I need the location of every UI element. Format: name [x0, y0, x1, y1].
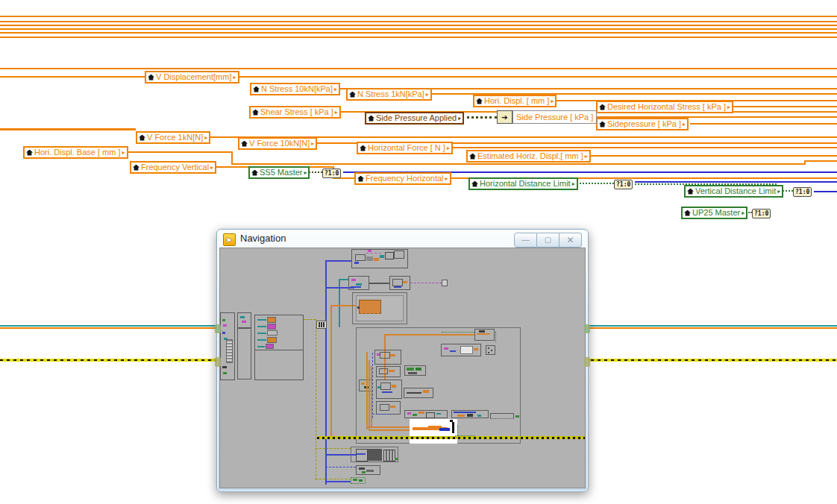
terminal-side-pressure-applied[interactable]: Side Pressure Applied▸	[365, 112, 464, 125]
terminal-horizontal-force[interactable]: Horizontal Force [ N ]▸	[357, 142, 453, 154]
wire	[423, 390, 429, 393]
wire	[389, 370, 395, 372]
terminal-n-stress-1kn[interactable]: N Stress 1kN[kPa]▸	[346, 88, 432, 101]
terminal-estimated-horiz-displ[interactable]: Estimated Horiz. Displ.[ mm ]▸	[466, 150, 591, 163]
labview-icon: ▶	[223, 233, 236, 246]
terminal-horizontal-distance-limit[interactable]: Horizontal Distance Limit▸	[468, 177, 578, 190]
wire	[325, 260, 327, 485]
wire	[369, 360, 370, 429]
arrow-right-icon: ▸	[304, 170, 307, 176]
wire	[316, 448, 351, 449]
wire	[317, 436, 586, 439]
wire	[450, 420, 453, 422]
mini-node	[490, 413, 514, 419]
wire	[366, 253, 381, 253]
terminal-shear-stress[interactable]: Shear Stress [ kPa ]▸	[249, 106, 341, 119]
wire	[257, 339, 266, 341]
arrow-right-icon: ▸	[458, 116, 461, 122]
terminal-label: Hori. Displ. [ mm ]	[484, 97, 549, 105]
wire	[385, 252, 394, 259]
viewport-rect[interactable]	[410, 419, 457, 444]
minimize-button[interactable]: —	[514, 233, 537, 248]
wire	[418, 412, 424, 414]
wire	[222, 366, 227, 368]
arrow-right-icon: ▸	[311, 141, 314, 147]
wire	[729, 106, 837, 107]
arrow-right-icon: ➔	[501, 113, 507, 122]
house-icon	[476, 98, 483, 104]
terminal-hori-displ[interactable]: Hori. Displ. [ mm ]▸	[473, 95, 557, 107]
terminal-vertical-distance-limit[interactable]: Vertical Distance Limit▸	[684, 185, 783, 198]
terminal-label: Side Pressure Applied	[376, 114, 457, 122]
terminal-label: Estimated Horiz. Displ.[ mm ]	[477, 152, 583, 160]
wire	[380, 255, 384, 258]
house-icon	[251, 170, 258, 176]
window-title: Navigation	[240, 233, 286, 244]
arrow-right-icon: ▸	[683, 122, 686, 127]
wire	[416, 368, 421, 371]
close-button[interactable]: ✕	[559, 233, 582, 248]
wire	[222, 319, 225, 321]
terminal-frequency-horizontal[interactable]: Frequency Horizontal▸	[354, 172, 451, 185]
house-icon	[357, 176, 364, 182]
terminal-sidepressure[interactable]: Sidepressure [ kPa ]▸	[596, 118, 689, 130]
wire	[452, 422, 454, 433]
wire	[0, 25, 837, 26]
wire	[231, 163, 805, 165]
wire	[351, 279, 356, 281]
wire-showthrough	[215, 324, 221, 333]
wire	[515, 415, 519, 418]
wire	[444, 347, 448, 350]
boolean-to-01-node[interactable]: ?1:0	[752, 209, 771, 218]
terminal-v-force-1kn[interactable]: V Force 1kN[N]▸	[136, 131, 210, 144]
local-variable-write-icon[interactable]: ➔	[497, 110, 512, 124]
mini-node	[237, 328, 251, 379]
terminal-label: Desired Horizontal Stress [ kPa ]	[607, 103, 726, 111]
boolean-to-01-node[interactable]: ?1:0	[793, 187, 812, 197]
terminal-ss5-master[interactable]: SS5 Master▸	[248, 166, 310, 179]
house-icon	[599, 104, 606, 110]
wire	[394, 286, 401, 288]
arrow-right-icon: ▸	[445, 176, 448, 182]
wire	[254, 350, 304, 350]
terminal-label: SS5 Master	[260, 168, 302, 177]
wire	[304, 319, 316, 320]
wire	[316, 479, 351, 479]
terminal-hori-displ-base[interactable]: Hori. Displ. Base [ mm ]▸	[23, 146, 128, 159]
wire	[339, 279, 348, 280]
wire	[222, 332, 225, 334]
wire	[380, 352, 390, 359]
wire	[383, 450, 395, 462]
boolean-to-01-node[interactable]: ?1:0	[322, 168, 341, 178]
wire	[339, 279, 340, 327]
window-titlebar[interactable]: ▶ Navigation — ▢ ✕	[217, 230, 588, 248]
wire	[407, 412, 411, 415]
restore-button[interactable]: ▢	[537, 233, 559, 248]
mini-node	[254, 315, 304, 380]
arrow-right-icon: ▸	[210, 165, 213, 171]
wire	[0, 16, 837, 17]
indicator-side-pressure[interactable]: Side Pressure [ kPa ]	[512, 110, 597, 124]
wire	[267, 317, 276, 323]
terminal-frequency-vertical[interactable]: Frequency Vertical▸	[130, 161, 216, 174]
terminal-up25-master[interactable]: UP25 Master▸	[681, 207, 747, 219]
terminal-n-stress-10kn[interactable]: N Stress 10kN[kPa]▸	[250, 83, 340, 95]
arrow-right-icon: ▸	[777, 189, 780, 195]
terminal-label: V Force 1kN[N]	[147, 133, 203, 142]
wire	[454, 412, 476, 413]
wire	[588, 155, 837, 157]
terminal-desired-horizontal-stress[interactable]: Desired Horizontal Stress [ kPa ]▸	[596, 101, 733, 113]
terminal-label: N Stress 10kN[kPa]	[261, 85, 333, 93]
navigation-window[interactable]: ▶ Navigation — ▢ ✕	[216, 229, 589, 492]
house-icon	[368, 116, 374, 122]
wire	[351, 286, 361, 288]
terminal-label: Sidepressure [ kPa ]	[607, 120, 681, 128]
boolean-to-01-node[interactable]: ?1:0	[614, 180, 633, 189]
navigation-thumbnail[interactable]	[219, 248, 586, 488]
terminal-v-displacement[interactable]: V Displacement[mm]▸	[145, 71, 239, 84]
wire	[392, 385, 396, 388]
terminal-v-force-10kn[interactable]: V Force 10kN[N]▸	[238, 137, 317, 150]
house-icon	[253, 86, 260, 92]
mini-node	[442, 280, 448, 286]
wire	[267, 324, 276, 330]
